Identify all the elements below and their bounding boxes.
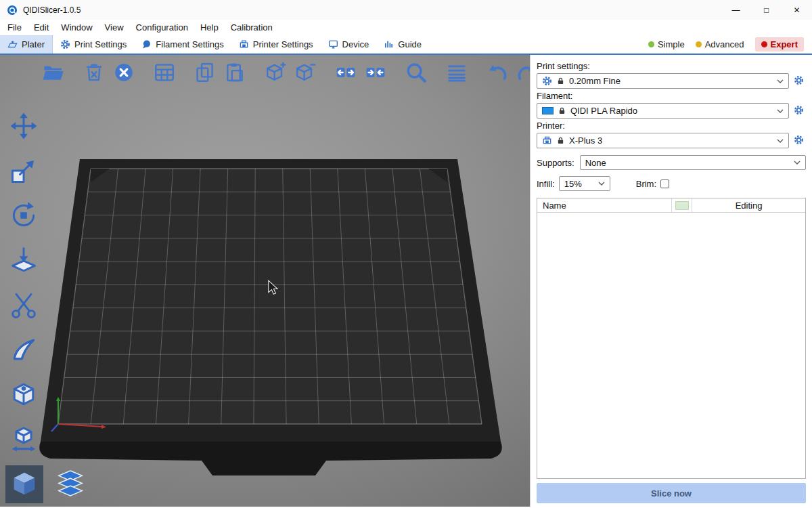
- undo-button[interactable]: [484, 60, 510, 85]
- redo-icon: [516, 61, 530, 84]
- add-instance-button[interactable]: [263, 60, 288, 85]
- open-project-button[interactable]: [41, 60, 66, 85]
- redo-button[interactable]: [514, 60, 530, 85]
- search-button[interactable]: [403, 60, 429, 85]
- print-settings-gear-button[interactable]: [794, 75, 806, 87]
- guide-icon: [384, 39, 394, 49]
- chevron-down-icon: [777, 79, 784, 83]
- rotate-tool-button[interactable]: [6, 198, 41, 232]
- maximize-button[interactable]: □: [751, 0, 782, 20]
- lock-icon: [556, 77, 565, 85]
- remove-instance-icon: [294, 61, 317, 84]
- lock-icon: [556, 136, 565, 145]
- printer-value: X-Plus 3: [569, 135, 602, 146]
- filament-gear-button[interactable]: [794, 105, 806, 117]
- object-list-extruder-column-header[interactable]: [672, 198, 692, 212]
- delete-all-icon: [112, 61, 135, 84]
- folder-open-icon: [42, 61, 65, 84]
- tab-print-settings[interactable]: Print Settings: [53, 35, 134, 54]
- tab-guide-label: Guide: [398, 39, 422, 49]
- filament-color-swatch: [542, 107, 554, 114]
- mode-simple[interactable]: Simple: [648, 39, 685, 49]
- paste-button[interactable]: [222, 60, 248, 85]
- menu-configuration[interactable]: Configuration: [130, 20, 194, 35]
- paint-supports-tool-button[interactable]: [6, 333, 41, 366]
- print-settings-value: 0.20mm Fine: [569, 76, 621, 86]
- cut-tool-button[interactable]: [6, 288, 41, 322]
- app-logo-icon: [7, 5, 18, 16]
- mode-advanced[interactable]: Advanced: [696, 39, 744, 49]
- filament-label: Filament:: [537, 91, 806, 101]
- infill-select[interactable]: 15%: [559, 176, 610, 191]
- scale-icon: [9, 156, 39, 186]
- tabbar: Plater Print Settings Filament Settings …: [0, 35, 812, 55]
- printer-settings-icon: [239, 39, 249, 49]
- split-to-parts-button[interactable]: [363, 60, 388, 85]
- menu-view[interactable]: View: [99, 20, 130, 35]
- filament-select[interactable]: QIDI PLA Rapido: [537, 103, 789, 119]
- split-to-objects-button[interactable]: [333, 60, 359, 85]
- search-icon: [405, 61, 428, 84]
- slice-now-button[interactable]: Slice now: [537, 483, 806, 503]
- print-settings-select[interactable]: 0.20mm Fine: [537, 73, 789, 89]
- measure-icon: [9, 424, 39, 454]
- minimize-button[interactable]: —: [721, 0, 751, 20]
- menu-calibration[interactable]: Calibration: [225, 20, 279, 35]
- supports-label: Supports:: [537, 158, 574, 168]
- measure-tool-button[interactable]: [6, 422, 41, 456]
- plater-3d-viewport[interactable]: [0, 55, 530, 507]
- tab-guide[interactable]: Guide: [376, 35, 429, 54]
- printer-select[interactable]: X-Plus 3: [537, 133, 789, 148]
- move-tool-button[interactable]: [6, 109, 41, 143]
- simple-mode-dot-icon: [648, 41, 654, 47]
- copy-button[interactable]: [192, 60, 218, 85]
- object-list-editing-column-header[interactable]: Editing: [692, 198, 805, 212]
- object-list-name-column-header[interactable]: Name: [537, 198, 672, 212]
- tab-device[interactable]: Device: [321, 35, 377, 54]
- remove-instance-button[interactable]: [292, 60, 318, 85]
- brim-checkbox[interactable]: [660, 179, 669, 188]
- object-list-header: Name Editing: [537, 198, 805, 213]
- mode-expert-label: Expert: [771, 39, 798, 49]
- paste-icon: [223, 61, 246, 84]
- split-objects-icon: [334, 61, 357, 84]
- filament-settings-icon: [141, 39, 152, 49]
- close-button[interactable]: ✕: [782, 0, 812, 20]
- paint-supports-icon: [9, 335, 39, 364]
- advanced-mode-dot-icon: [696, 41, 702, 47]
- seam-tool-button[interactable]: [6, 377, 41, 411]
- editor-view-button[interactable]: [5, 465, 43, 503]
- delete-all-button[interactable]: [111, 60, 137, 85]
- gear-icon: [794, 105, 804, 115]
- titlebar: QIDISlicer-1.0.5 — □ ✕: [0, 0, 812, 20]
- printer-gear-button[interactable]: [794, 135, 806, 147]
- arrange-icon: [153, 61, 176, 84]
- delete-button[interactable]: [81, 60, 107, 85]
- build-plate[interactable]: [0, 55, 530, 507]
- menu-edit[interactable]: Edit: [28, 20, 55, 35]
- chevron-down-icon: [598, 182, 605, 186]
- device-icon: [328, 39, 338, 49]
- main-area: Print settings: 0.20mm Fine Filament: QI…: [0, 55, 812, 507]
- supports-select[interactable]: None: [580, 155, 806, 170]
- editor-view-cube-icon: [9, 469, 40, 500]
- plater-icon: [7, 39, 18, 49]
- arrange-button[interactable]: [152, 60, 177, 85]
- scale-tool-button[interactable]: [6, 154, 41, 188]
- menu-file[interactable]: File: [1, 20, 28, 35]
- object-list-body[interactable]: [537, 213, 805, 478]
- menu-window[interactable]: Window: [55, 20, 98, 35]
- variable-layer-height-button[interactable]: [444, 60, 470, 85]
- print-settings-label: Print settings:: [537, 61, 806, 71]
- place-on-face-tool-button[interactable]: [6, 243, 41, 277]
- print-settings-icon: [60, 39, 70, 49]
- preview-view-button[interactable]: [51, 465, 89, 503]
- tab-plater[interactable]: Plater: [0, 35, 53, 54]
- tab-filament-settings[interactable]: Filament Settings: [134, 35, 231, 54]
- mode-expert[interactable]: Expert: [755, 37, 804, 51]
- gear-icon: [542, 76, 552, 86]
- object-list: Name Editing: [537, 198, 806, 479]
- lock-icon: [558, 106, 566, 115]
- tab-printer-settings[interactable]: Printer Settings: [231, 35, 321, 54]
- menu-help[interactable]: Help: [194, 20, 225, 35]
